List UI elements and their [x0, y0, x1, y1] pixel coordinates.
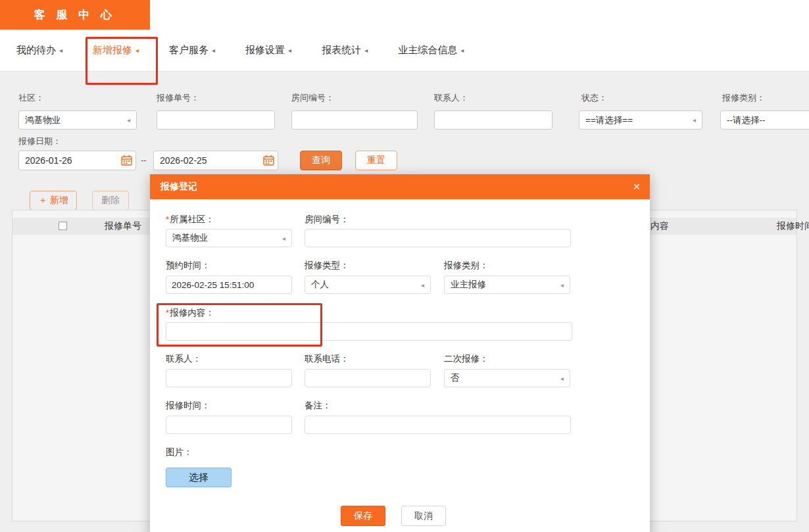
- repair-register-dialog: 报修登记 ✕ *所属社区： 房间编号： 鸿基物业 ◂ 预约时间： 报修类型： 报…: [150, 174, 650, 532]
- community-select[interactable]: 鸿基物业 ◂: [18, 110, 137, 130]
- calendar-icon[interactable]: [263, 155, 274, 168]
- dialog-contact-input[interactable]: [166, 369, 292, 387]
- chevron-left-icon: ◂: [364, 47, 368, 54]
- repair-category-label: 报修类别：: [722, 92, 765, 104]
- nav-item-label: 报表统计: [322, 44, 361, 57]
- image-label: 图片：: [166, 447, 193, 458]
- nav-item-customer-service[interactable]: 客户服务 ◂: [169, 44, 215, 57]
- chevron-left-icon: ◂: [135, 47, 139, 54]
- status-label: 状态：: [581, 92, 607, 104]
- chevron-left-icon: ◂: [282, 235, 285, 242]
- chevron-left-icon: ◂: [127, 116, 130, 124]
- repair-category-select[interactable]: --请选择-- ◂: [720, 110, 809, 130]
- calendar-icon[interactable]: [121, 155, 132, 168]
- delete-button[interactable]: 删除: [92, 191, 129, 210]
- room-no-input[interactable]: [291, 110, 418, 130]
- required-mark: *: [166, 214, 169, 224]
- plus-icon: ＋: [38, 195, 47, 206]
- add-button-label: 新增: [50, 195, 68, 206]
- dialog-category-select[interactable]: 业主报修 ◂: [444, 276, 570, 294]
- chevron-left-icon: ◂: [59, 47, 62, 54]
- repair-date-label: 报修日期：: [18, 135, 61, 147]
- dialog-contact-label: 联系人：: [166, 353, 201, 365]
- repair-type-value: 个人: [311, 279, 329, 291]
- nav-item-report-statistics[interactable]: 报表统计 ◂: [322, 44, 368, 57]
- repair-time-label: 报修时间：: [166, 400, 210, 412]
- dialog-header[interactable]: 报修登记 ✕: [150, 174, 650, 199]
- app-logo: 客 服 中 心: [0, 0, 150, 30]
- second-repair-value: 否: [451, 372, 460, 384]
- repair-content-input[interactable]: [166, 322, 572, 341]
- column-repair-time: 报修时间: [777, 220, 809, 232]
- cancel-button[interactable]: 取消: [401, 506, 446, 526]
- nav-item-my-todo[interactable]: 我的待办 ◂: [16, 44, 62, 57]
- nav-item-label: 报修设置: [245, 44, 285, 57]
- second-repair-select[interactable]: 否 ◂: [444, 369, 570, 387]
- chevron-left-icon: ◂: [460, 47, 464, 54]
- column-order-no: 报修单号: [105, 220, 141, 232]
- remark-label: 备注：: [305, 400, 331, 412]
- dialog-community-value: 鸿基物业: [172, 232, 208, 244]
- status-select[interactable]: ==请选择== ◂: [579, 110, 702, 130]
- date-range-separator: --: [141, 155, 147, 165]
- repair-category-select-value: --请选择--: [727, 114, 765, 126]
- chevron-left-icon: ◂: [560, 375, 564, 382]
- chevron-left-icon: ◂: [212, 47, 215, 54]
- status-select-value: ==请选择==: [585, 114, 633, 126]
- dialog-room-input[interactable]: [305, 229, 571, 247]
- reset-button[interactable]: 重置: [355, 151, 397, 170]
- dialog-category-label: 报修类别：: [444, 260, 489, 272]
- nav-item-add-repair[interactable]: 新增报修 ◂: [93, 44, 139, 57]
- column-content: 内容: [650, 220, 669, 232]
- appoint-time-input[interactable]: [166, 276, 292, 294]
- required-mark: *: [166, 308, 169, 318]
- contact-input[interactable]: [434, 110, 552, 130]
- choose-file-button[interactable]: 选择: [166, 468, 232, 487]
- search-button[interactable]: 查询: [300, 151, 342, 170]
- nav-item-label: 客户服务: [169, 44, 208, 57]
- add-button[interactable]: ＋ 新增: [30, 191, 77, 210]
- content-field-label: *报修内容：: [166, 307, 214, 319]
- page: 客 服 中 心 我的待办 ◂ 新增报修 ◂ 客户服务 ◂ 报修设置 ◂ 报表统计…: [0, 0, 809, 532]
- top-bar: 客 服 中 心: [0, 0, 809, 30]
- dialog-title: 报修登记: [160, 181, 197, 193]
- phone-input[interactable]: [305, 369, 431, 387]
- nav-item-repair-settings[interactable]: 报修设置 ◂: [245, 44, 291, 57]
- date-to-field: [153, 151, 278, 170]
- main-nav: 我的待办 ◂ 新增报修 ◂ 客户服务 ◂ 报修设置 ◂ 报表统计 ◂ 业主综合信…: [0, 30, 809, 72]
- community-field-label: *所属社区：: [166, 214, 214, 226]
- dialog-category-value: 业主报修: [451, 279, 486, 291]
- chevron-left-icon: ◂: [693, 116, 696, 124]
- nav-item-owner-info[interactable]: 业主综合信息 ◂: [398, 44, 464, 57]
- contact-label: 联系人：: [434, 92, 468, 104]
- nav-item-label: 业主综合信息: [398, 44, 457, 57]
- order-no-label: 报修单号：: [157, 92, 199, 104]
- remark-input[interactable]: [305, 416, 571, 434]
- close-icon[interactable]: ✕: [633, 182, 641, 191]
- phone-label: 联系电话：: [305, 353, 349, 365]
- nav-item-label: 新增报修: [93, 44, 132, 57]
- community-label: 社区：: [18, 92, 44, 104]
- date-to-input[interactable]: [153, 151, 278, 170]
- chevron-left-icon: ◂: [560, 281, 564, 289]
- nav-item-label: 我的待办: [16, 44, 56, 57]
- dialog-body: *所属社区： 房间编号： 鸿基物业 ◂ 预约时间： 报修类型： 报修类别： 个人…: [150, 199, 650, 532]
- date-from-field: [18, 151, 136, 170]
- repair-type-label: 报修类型：: [305, 260, 349, 272]
- order-no-input[interactable]: [157, 110, 275, 130]
- save-button[interactable]: 保存: [341, 506, 385, 526]
- repair-type-select[interactable]: 个人 ◂: [305, 276, 431, 294]
- room-no-label: 房间编号：: [291, 92, 334, 104]
- second-repair-label: 二次报修：: [444, 353, 489, 365]
- appoint-time-label: 预约时间：: [166, 260, 210, 272]
- repair-time-input[interactable]: [166, 416, 292, 434]
- dialog-community-select[interactable]: 鸿基物业 ◂: [166, 229, 292, 247]
- chevron-left-icon: ◂: [288, 47, 291, 54]
- room-field-label: 房间编号：: [305, 214, 349, 226]
- chevron-left-icon: ◂: [421, 281, 424, 289]
- community-select-value: 鸿基物业: [25, 114, 61, 126]
- select-all-checkbox[interactable]: [59, 222, 67, 230]
- date-from-input[interactable]: [18, 151, 136, 170]
